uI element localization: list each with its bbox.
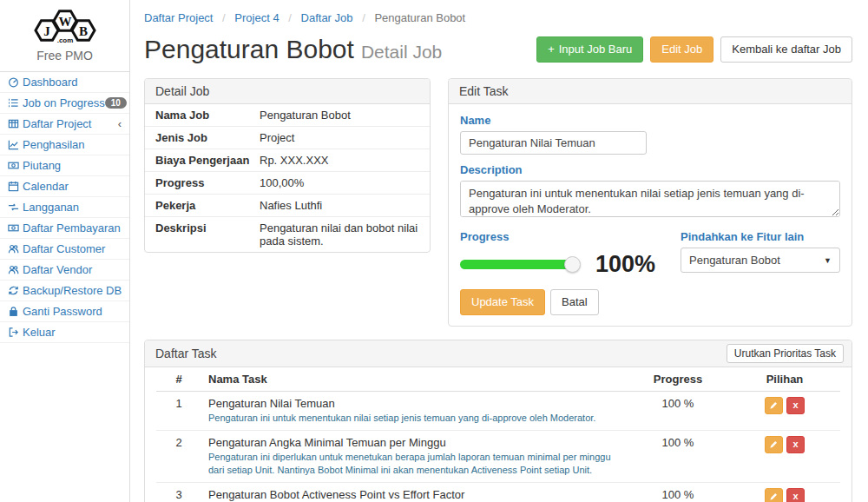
name-label: Name xyxy=(460,114,840,127)
sign-out-icon xyxy=(8,327,23,338)
money-icon xyxy=(8,160,23,171)
sidebar-item-langganan[interactable]: Langganan xyxy=(0,197,129,218)
sidebar-item-piutang[interactable]: Piutang xyxy=(0,155,129,176)
detail-value: Pengaturan Bobot xyxy=(260,109,351,122)
detail-label: Deskripsi xyxy=(155,221,260,248)
sidebar-item-daftar-project[interactable]: Daftar Project ‹ xyxy=(0,114,129,135)
chevron-left-icon: ‹ xyxy=(118,117,122,130)
update-task-button[interactable]: Update Task xyxy=(460,289,545,315)
task-actions: x xyxy=(729,430,840,482)
input-job-baru-button[interactable]: + Input Job Baru xyxy=(536,36,643,63)
money-icon xyxy=(8,222,23,234)
task-description-textarea[interactable]: Pengaturan ini untuk menentukan nilai se… xyxy=(460,181,840,217)
sidebar-item-keluar[interactable]: Keluar xyxy=(0,322,129,343)
slider-handle[interactable] xyxy=(564,256,581,273)
breadcrumb-link-daftar-job[interactable]: Daftar Job xyxy=(301,11,353,24)
description-label: Description xyxy=(460,163,840,176)
detail-label: Progress xyxy=(155,176,260,189)
breadcrumb: Daftar Project / Project 4 / Daftar Job … xyxy=(144,11,852,24)
breadcrumb-separator: / xyxy=(222,11,226,24)
urutkan-prioritas-task-button-top[interactable]: Urutkan Prioritas Task xyxy=(727,344,844,363)
job-count-badge: 10 xyxy=(105,97,127,109)
task-table: # Nama Task Progress Pilihan 1 Pengatura… xyxy=(156,367,840,502)
daftar-task-panel-heading: Daftar Task Urutkan Prioritas Task xyxy=(145,340,852,367)
sidebar-item-backup-restore[interactable]: Backup/Restore DB xyxy=(0,281,129,301)
edit-task-panel: Edit Task Name Description Pengaturan in… xyxy=(448,78,852,327)
page-subtitle: Detail Job xyxy=(361,42,442,62)
sidebar-item-ganti-password[interactable]: Ganti Password xyxy=(0,301,129,322)
task-name: Pengaturan Angka Minimal Temuan per Ming… xyxy=(208,436,620,449)
sidebar-item-label: Daftar Project xyxy=(23,117,91,130)
task-num: 1 xyxy=(156,391,201,430)
edit-task-form: Name Description Pengaturan ini untuk me… xyxy=(449,104,852,326)
form-buttons: Update Task Batal xyxy=(460,289,840,315)
edit-task-icon-button[interactable] xyxy=(765,436,783,453)
plus-icon: + xyxy=(548,43,555,56)
detail-row-progress: Progress 100,00% xyxy=(145,172,430,195)
sidebar: W J B .com Free PMO Dashboard Job on Pro… xyxy=(0,0,130,502)
edit-task-icon-button[interactable] xyxy=(765,488,783,502)
breadcrumb-current: Pengaturan Bobot xyxy=(374,11,465,24)
delete-task-icon-button[interactable]: x xyxy=(786,488,805,502)
sidebar-item-daftar-customer[interactable]: Daftar Customer xyxy=(0,239,129,260)
task-actions: x xyxy=(729,391,840,430)
detail-job-panel: Detail Job Nama Job Pengaturan Bobot Jen… xyxy=(144,78,431,253)
title-row: Pengaturan BobotDetail Job + Input Job B… xyxy=(144,35,852,64)
logo-letter-b: B xyxy=(78,24,87,38)
daftar-task-panel: Daftar Task Urutkan Prioritas Task # Nam… xyxy=(144,340,852,502)
app-name: Free PMO xyxy=(0,49,129,66)
detail-value: 100,00% xyxy=(260,176,304,189)
detail-job-table: Nama Job Pengaturan Bobot Jenis Job Proj… xyxy=(145,104,430,252)
sidebar-item-label: Job on Progress xyxy=(23,96,105,109)
tasks-icon xyxy=(8,97,23,109)
sidebar-item-daftar-vendor[interactable]: Daftar Vendor xyxy=(0,260,129,281)
sidebar-item-label: Daftar Customer xyxy=(23,242,105,255)
task-name-input[interactable] xyxy=(460,131,647,155)
title-actions: + Input Job Baru Edit Job Kembali ke daf… xyxy=(536,36,852,63)
sidebar-item-penghasilan[interactable]: Penghasilan xyxy=(0,135,129,155)
table-row: 3 Pengaturan Bobot Activeness Point vs E… xyxy=(156,482,840,502)
detail-row-pekerja: Pekerja Nafies Luthfi xyxy=(145,195,430,217)
sidebar-item-dashboard[interactable]: Dashboard xyxy=(0,72,129,93)
sidebar-item-label: Dashboard xyxy=(23,76,78,89)
dashboard-icon xyxy=(8,76,23,88)
batal-button[interactable]: Batal xyxy=(550,289,599,315)
slider-line: 100% xyxy=(460,251,670,278)
move-to-feature-label: Pindahkan ke Fitur lain xyxy=(681,230,840,243)
caret-down-icon: ▼ xyxy=(824,256,832,265)
task-name: Pengaturan Bobot Activeness Point vs Eff… xyxy=(208,488,620,501)
edit-job-button[interactable]: Edit Job xyxy=(650,36,713,63)
task-name-cell: Pengaturan Nilai Temuan Pengaturan ini u… xyxy=(201,391,627,430)
breadcrumb-separator: / xyxy=(288,11,292,24)
sidebar-item-label: Daftar Vendor xyxy=(23,263,92,276)
sidebar-item-job-on-progress[interactable]: Job on Progress 10 xyxy=(0,93,129,114)
logo-block: W J B .com Free PMO xyxy=(0,0,129,72)
detail-value: Project xyxy=(260,131,294,144)
detail-label: Nama Job xyxy=(155,109,260,122)
sidebar-item-daftar-pembayaran[interactable]: Daftar Pembayaran xyxy=(0,218,129,239)
breadcrumb-link-project-4[interactable]: Project 4 xyxy=(234,11,279,24)
task-num: 2 xyxy=(156,430,201,482)
table-row: 1 Pengaturan Nilai Temuan Pengaturan ini… xyxy=(156,391,840,430)
sidebar-item-label: Piutang xyxy=(23,159,61,172)
column-header-progress: Progress xyxy=(627,367,729,392)
task-actions: x xyxy=(729,482,840,502)
edit-task-icon-button[interactable] xyxy=(765,397,783,414)
delete-task-icon-button[interactable]: x xyxy=(786,397,805,414)
progress-slider[interactable] xyxy=(460,260,573,269)
task-progress: 100 % xyxy=(627,482,729,502)
logo-letter-j: J xyxy=(43,24,50,38)
progress-label: Progress xyxy=(460,230,670,243)
breadcrumb-link-daftar-project[interactable]: Daftar Project xyxy=(144,11,213,24)
kembali-ke-daftar-job-button[interactable]: Kembali ke daftar Job xyxy=(720,36,852,63)
page-title-text: Pengaturan Bobot xyxy=(144,35,354,63)
logo-letter-w: W xyxy=(58,15,71,29)
task-progress: 100 % xyxy=(627,391,729,430)
move-to-feature-select[interactable]: Pengaturan Bobot ▼ xyxy=(681,248,840,273)
sidebar-item-label: Daftar Pembayaran xyxy=(23,221,121,234)
sidebar-item-calendar[interactable]: Calendar xyxy=(0,176,129,197)
delete-task-icon-button[interactable]: x xyxy=(786,436,805,453)
logo-com-text: .com xyxy=(56,36,73,44)
edit-task-panel-title: Edit Task xyxy=(449,79,852,104)
detail-label: Pekerja xyxy=(155,199,260,212)
